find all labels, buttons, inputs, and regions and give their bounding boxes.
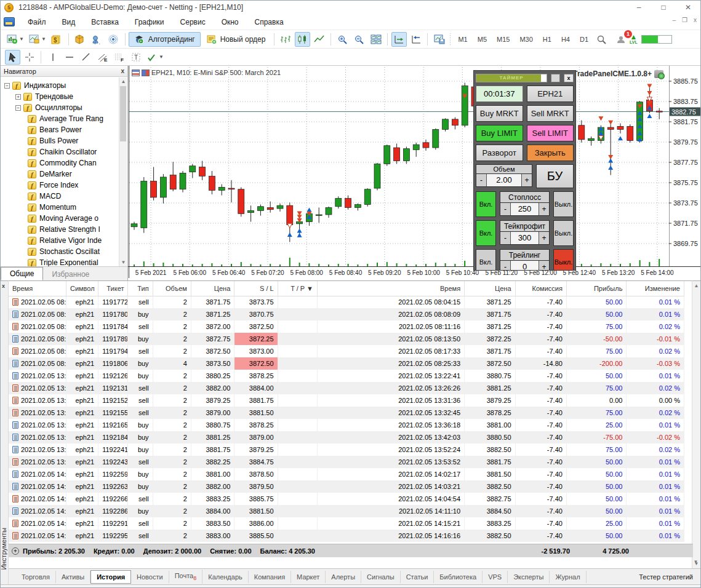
history-row[interactable]: 2021.02.05 08:...eph211191784...sell2387… bbox=[9, 320, 684, 333]
стоплосс-value[interactable]: 250 bbox=[511, 203, 539, 215]
candles-icon[interactable] bbox=[295, 32, 310, 47]
navigator-tab-Избранное[interactable]: Избранное bbox=[43, 268, 98, 280]
column-header-12[interactable]: Изменение bbox=[627, 281, 684, 296]
history-row[interactable]: 2021.02.05 08:...eph211191772...sell2387… bbox=[9, 296, 684, 308]
minus-button[interactable]: - bbox=[500, 203, 511, 215]
symbol-button[interactable]: EPH21 bbox=[527, 85, 574, 102]
column-header-8[interactable]: Время bbox=[317, 281, 464, 296]
mdi-minimize-icon[interactable]: – bbox=[672, 17, 676, 23]
bottom-tab-Журнал[interactable]: Журнал bbox=[550, 571, 586, 583]
тейкпрофит-value[interactable]: 300 bbox=[511, 232, 539, 244]
menu-Графики[interactable]: Графики bbox=[127, 15, 172, 29]
bars-icon[interactable] bbox=[278, 32, 294, 47]
history-row[interactable]: 2021.02.05 08:...eph211191794...sell2387… bbox=[9, 345, 684, 357]
shapes-icon[interactable]: ▼ bbox=[145, 50, 166, 65]
breakeven-button[interactable]: БУ bbox=[536, 164, 574, 188]
chart-window[interactable]: 3885.753883.753881.753879.753877.753875.… bbox=[128, 66, 701, 280]
scrollbar-thumb[interactable] bbox=[120, 86, 126, 141]
history-row[interactable]: 2021.02.05 13:...eph211192126...buy23880… bbox=[9, 370, 684, 382]
timeframe-M15[interactable]: M15 bbox=[492, 34, 515, 45]
history-row[interactable]: 2021.02.05 13:...eph211192155...sell2387… bbox=[9, 407, 684, 419]
sell-limit-button[interactable]: Sell LIMIT bbox=[527, 125, 574, 141]
timeframe-H4[interactable]: H4 bbox=[556, 34, 575, 45]
collapse-icon[interactable]: − bbox=[4, 83, 10, 89]
crosshair-icon[interactable] bbox=[22, 50, 37, 65]
plus-button[interactable]: + bbox=[539, 203, 549, 215]
tree-item-трендовые[interactable]: +fТрендовые bbox=[1, 91, 119, 102]
algo-trading-button[interactable]: Алготрейдинг bbox=[129, 32, 201, 47]
tree-item-force-index[interactable]: fForce Index bbox=[1, 180, 119, 191]
new-order-button[interactable]: Новый ордер bbox=[201, 32, 271, 47]
column-header-7[interactable]: T / P ▼ bbox=[278, 281, 317, 296]
hline-icon[interactable] bbox=[62, 50, 77, 65]
history-row[interactable]: 2021.02.05 14:...eph211192295...sell2388… bbox=[9, 530, 684, 542]
timeframe-M30[interactable]: M30 bbox=[515, 34, 537, 45]
cloud-icon[interactable] bbox=[89, 32, 105, 47]
timeframe-D1[interactable]: D1 bbox=[575, 34, 593, 45]
maximize-button[interactable]: □ bbox=[651, 1, 676, 14]
bottom-tab-Библиотека[interactable]: Библиотека bbox=[434, 571, 483, 583]
column-header-1[interactable]: Символ bbox=[66, 281, 98, 296]
tree-item-bears-power[interactable]: fBears Power bbox=[1, 124, 119, 135]
close-button[interactable]: ✕ bbox=[676, 1, 700, 14]
enable-button[interactable]: Вкл. bbox=[476, 191, 496, 217]
history-icon[interactable] bbox=[73, 32, 88, 47]
zoom-in-icon[interactable] bbox=[335, 32, 350, 47]
bottom-tab-Компания[interactable]: Компания bbox=[249, 571, 291, 583]
one-click-trading-icon[interactable] bbox=[142, 70, 150, 76]
bottom-tab-Эксперты[interactable]: Эксперты bbox=[508, 571, 550, 583]
volume-value[interactable]: 2.00 bbox=[487, 174, 521, 186]
depth-of-market-icon[interactable] bbox=[132, 70, 140, 76]
plus-button[interactable]: + bbox=[539, 261, 549, 271]
tree-item-relative-strength-i[interactable]: fRelative Strength I bbox=[1, 224, 119, 235]
new-chart-icon[interactable]: ▼ bbox=[5, 32, 26, 47]
close-position-button[interactable]: Закрыть bbox=[527, 145, 574, 161]
scroll-up-icon[interactable]: ▲ bbox=[692, 282, 700, 290]
scroll-down-icon[interactable]: ▼ bbox=[692, 559, 699, 566]
community-icon[interactable]: 1 bbox=[614, 32, 629, 47]
panel-close-button[interactable]: x bbox=[564, 74, 574, 82]
toolbox-close-icon[interactable]: x bbox=[2, 283, 5, 289]
history-row[interactable]: 2021.02.05 08:...eph211191780...buy23871… bbox=[9, 308, 684, 320]
mdi-close-icon[interactable]: x bbox=[694, 17, 697, 23]
bottom-tab-Активы[interactable]: Активы bbox=[56, 571, 90, 583]
zoom-out-icon[interactable] bbox=[351, 32, 367, 47]
history-row[interactable]: 2021.02.05 13:...eph211192131...sell2388… bbox=[9, 382, 684, 394]
bottom-tab-Почта[interactable]: Почта8 bbox=[169, 570, 203, 584]
bottom-tab-VPS[interactable]: VPS bbox=[483, 571, 508, 583]
tree-item-stochastic-oscillat[interactable]: fStochastic Oscillat bbox=[1, 246, 119, 257]
enable-button[interactable]: Вкл. bbox=[476, 249, 496, 271]
tile-windows-icon[interactable] bbox=[368, 32, 383, 47]
bottom-tab-Сигналы[interactable]: Сигналы bbox=[361, 571, 401, 583]
channel-icon[interactable]: E bbox=[95, 50, 110, 65]
bottom-tab-Статьи[interactable]: Статьи bbox=[401, 571, 435, 583]
strategy-tester-tab[interactable]: Тестер стратегий bbox=[639, 573, 693, 581]
volume-plus-button[interactable]: + bbox=[521, 174, 532, 186]
ea-smiley-icon[interactable] bbox=[654, 70, 663, 78]
scroll-down-icon[interactable]: ▼ bbox=[119, 258, 127, 266]
history-row[interactable]: 2021.02.05 13:...eph211192165...buy23880… bbox=[9, 419, 684, 431]
collapse-icon[interactable]: − bbox=[15, 105, 21, 111]
history-scrollbar[interactable]: ▲ ▼ bbox=[692, 280, 700, 568]
tree-item-commodity-chan[interactable]: fCommodity Chan bbox=[1, 157, 119, 169]
cursor-icon[interactable] bbox=[5, 50, 20, 65]
tree-item-relative-vigor-inde[interactable]: fRelative Vigor Inde bbox=[1, 235, 119, 246]
tree-item-macd[interactable]: fMACD bbox=[1, 191, 119, 202]
tree-item-triple-exponential[interactable]: fTriple Exponential bbox=[1, 257, 119, 266]
text-icon[interactable]: T bbox=[128, 50, 143, 65]
tree-item-moving-average-o[interactable]: fMoving Average o bbox=[1, 213, 119, 224]
history-row[interactable]: 2021.02.05 08:...eph211191789...buy23872… bbox=[9, 333, 684, 345]
tree-item-индикаторы[interactable]: −fИндикаторы bbox=[1, 80, 119, 91]
tree-item-average-true-rang[interactable]: fAverage True Rang bbox=[1, 113, 119, 124]
volume-minus-button[interactable]: - bbox=[476, 174, 487, 186]
tree-item-bulls-power[interactable]: fBulls Power bbox=[1, 135, 119, 146]
bottom-tab-История[interactable]: История bbox=[90, 570, 131, 584]
menu-Окно[interactable]: Окно bbox=[214, 15, 247, 29]
shift-icon[interactable] bbox=[408, 32, 423, 47]
trendline-icon[interactable] bbox=[78, 50, 94, 65]
plus-button[interactable]: + bbox=[539, 232, 549, 244]
column-header-2[interactable]: Тикет bbox=[98, 281, 128, 296]
bottom-tab-Алерты[interactable]: Алерты bbox=[326, 571, 361, 583]
menu-Справка[interactable]: Справка bbox=[247, 15, 292, 29]
mdi-restore-icon[interactable]: ❐ bbox=[682, 17, 687, 23]
